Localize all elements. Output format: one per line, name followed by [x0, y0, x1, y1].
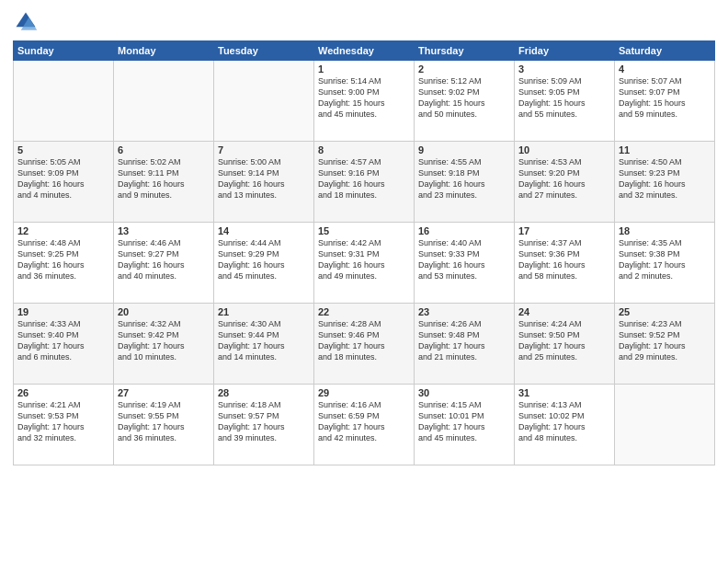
day-info: Sunrise: 5:14 AM Sunset: 9:00 PM Dayligh… [318, 75, 410, 121]
day-info: Sunrise: 4:26 AM Sunset: 9:48 PM Dayligh… [418, 318, 510, 363]
day-info: Sunrise: 4:24 AM Sunset: 9:50 PM Dayligh… [518, 318, 610, 363]
day-info: Sunrise: 4:37 AM Sunset: 9:36 PM Dayligh… [518, 237, 610, 282]
day-number: 12 [17, 225, 109, 236]
day-info: Sunrise: 4:23 AM Sunset: 9:52 PM Dayligh… [619, 318, 711, 363]
day-info: Sunrise: 5:07 AM Sunset: 9:07 PM Dayligh… [619, 75, 711, 121]
day-number: 8 [318, 144, 410, 155]
day-info: Sunrise: 4:15 AM Sunset: 10:01 PM Daylig… [418, 399, 510, 444]
week-row-3: 12Sunrise: 4:48 AM Sunset: 9:25 PM Dayli… [14, 223, 715, 304]
day-number: 5 [17, 144, 109, 155]
day-cell-25: 25Sunrise: 4:23 AM Sunset: 9:52 PM Dayli… [615, 304, 715, 385]
empty-cell [615, 385, 715, 465]
day-cell-9: 9Sunrise: 4:55 AM Sunset: 9:18 PM Daylig… [415, 142, 515, 223]
logo-icon [13, 9, 39, 35]
day-number: 9 [418, 144, 510, 155]
day-cell-19: 19Sunrise: 4:33 AM Sunset: 9:40 PM Dayli… [14, 304, 114, 385]
day-info: Sunrise: 4:42 AM Sunset: 9:31 PM Dayligh… [318, 237, 410, 282]
day-cell-17: 17Sunrise: 4:37 AM Sunset: 9:36 PM Dayli… [515, 223, 615, 304]
day-number: 23 [418, 306, 510, 317]
day-number: 2 [418, 63, 510, 75]
day-number: 28 [218, 387, 310, 398]
day-cell-7: 7Sunrise: 5:00 AM Sunset: 9:14 PM Daylig… [214, 142, 314, 223]
day-info: Sunrise: 4:18 AM Sunset: 9:57 PM Dayligh… [218, 399, 310, 444]
day-cell-29: 29Sunrise: 4:16 AM Sunset: 6:59 PM Dayli… [314, 385, 415, 465]
day-info: Sunrise: 4:57 AM Sunset: 9:16 PM Dayligh… [318, 156, 410, 201]
day-number: 22 [318, 306, 410, 317]
day-number: 11 [619, 144, 711, 155]
day-cell-6: 6Sunrise: 5:02 AM Sunset: 9:11 PM Daylig… [114, 142, 214, 223]
calendar-page: SundayMondayTuesdayWednesdayThursdayFrid… [0, 0, 728, 563]
day-info: Sunrise: 4:33 AM Sunset: 9:40 PM Dayligh… [17, 318, 109, 363]
day-cell-16: 16Sunrise: 4:40 AM Sunset: 9:33 PM Dayli… [415, 223, 515, 304]
empty-cell [214, 61, 314, 142]
day-cell-10: 10Sunrise: 4:53 AM Sunset: 9:20 PM Dayli… [515, 142, 615, 223]
day-cell-4: 4Sunrise: 5:07 AM Sunset: 9:07 PM Daylig… [615, 61, 715, 142]
day-cell-21: 21Sunrise: 4:30 AM Sunset: 9:44 PM Dayli… [214, 304, 314, 385]
weekday-monday: Monday [114, 41, 214, 61]
day-cell-3: 3Sunrise: 5:09 AM Sunset: 9:05 PM Daylig… [515, 61, 615, 142]
day-number: 27 [118, 387, 210, 398]
day-info: Sunrise: 5:05 AM Sunset: 9:09 PM Dayligh… [17, 156, 109, 201]
day-info: Sunrise: 4:40 AM Sunset: 9:33 PM Dayligh… [418, 237, 510, 282]
day-info: Sunrise: 5:09 AM Sunset: 9:05 PM Dayligh… [518, 75, 610, 121]
day-number: 20 [118, 306, 210, 317]
header [13, 9, 715, 35]
day-info: Sunrise: 4:46 AM Sunset: 9:27 PM Dayligh… [118, 237, 210, 282]
weekday-saturday: Saturday [615, 41, 715, 61]
day-info: Sunrise: 4:28 AM Sunset: 9:46 PM Dayligh… [318, 318, 410, 363]
day-number: 19 [17, 306, 109, 317]
weekday-friday: Friday [515, 41, 615, 61]
day-cell-30: 30Sunrise: 4:15 AM Sunset: 10:01 PM Dayl… [415, 385, 515, 465]
day-number: 17 [518, 225, 610, 236]
logo [13, 9, 42, 35]
day-info: Sunrise: 5:12 AM Sunset: 9:02 PM Dayligh… [418, 75, 510, 121]
day-number: 16 [418, 225, 510, 236]
day-cell-23: 23Sunrise: 4:26 AM Sunset: 9:48 PM Dayli… [415, 304, 515, 385]
day-number: 24 [518, 306, 610, 317]
day-number: 18 [619, 225, 711, 236]
day-info: Sunrise: 4:35 AM Sunset: 9:38 PM Dayligh… [619, 237, 711, 282]
weekday-tuesday: Tuesday [214, 41, 314, 61]
weekday-wednesday: Wednesday [314, 41, 415, 61]
day-info: Sunrise: 4:13 AM Sunset: 10:02 PM Daylig… [518, 399, 610, 444]
day-cell-31: 31Sunrise: 4:13 AM Sunset: 10:02 PM Dayl… [515, 385, 615, 465]
day-number: 30 [418, 387, 510, 398]
week-row-2: 5Sunrise: 5:05 AM Sunset: 9:09 PM Daylig… [14, 142, 715, 223]
day-cell-13: 13Sunrise: 4:46 AM Sunset: 9:27 PM Dayli… [114, 223, 214, 304]
day-info: Sunrise: 4:21 AM Sunset: 9:53 PM Dayligh… [17, 399, 109, 444]
day-cell-18: 18Sunrise: 4:35 AM Sunset: 9:38 PM Dayli… [615, 223, 715, 304]
day-number: 14 [218, 225, 310, 236]
day-number: 7 [218, 144, 310, 155]
day-info: Sunrise: 4:50 AM Sunset: 9:23 PM Dayligh… [619, 156, 711, 201]
day-number: 3 [518, 63, 610, 75]
day-number: 25 [619, 306, 711, 317]
day-cell-14: 14Sunrise: 4:44 AM Sunset: 9:29 PM Dayli… [214, 223, 314, 304]
day-info: Sunrise: 5:00 AM Sunset: 9:14 PM Dayligh… [218, 156, 310, 201]
day-number: 29 [318, 387, 410, 398]
day-cell-24: 24Sunrise: 4:24 AM Sunset: 9:50 PM Dayli… [515, 304, 615, 385]
day-info: Sunrise: 4:19 AM Sunset: 9:55 PM Dayligh… [118, 399, 210, 444]
day-cell-11: 11Sunrise: 4:50 AM Sunset: 9:23 PM Dayli… [615, 142, 715, 223]
weekday-sunday: Sunday [14, 41, 114, 61]
day-info: Sunrise: 4:16 AM Sunset: 6:59 PM Dayligh… [318, 399, 410, 444]
calendar-table: SundayMondayTuesdayWednesdayThursdayFrid… [13, 40, 715, 465]
day-cell-15: 15Sunrise: 4:42 AM Sunset: 9:31 PM Dayli… [314, 223, 415, 304]
day-info: Sunrise: 4:53 AM Sunset: 9:20 PM Dayligh… [518, 156, 610, 201]
day-info: Sunrise: 5:02 AM Sunset: 9:11 PM Dayligh… [118, 156, 210, 201]
week-row-4: 19Sunrise: 4:33 AM Sunset: 9:40 PM Dayli… [14, 304, 715, 385]
day-cell-22: 22Sunrise: 4:28 AM Sunset: 9:46 PM Dayli… [314, 304, 415, 385]
day-info: Sunrise: 4:48 AM Sunset: 9:25 PM Dayligh… [17, 237, 109, 282]
day-info: Sunrise: 4:44 AM Sunset: 9:29 PM Dayligh… [218, 237, 310, 282]
week-row-5: 26Sunrise: 4:21 AM Sunset: 9:53 PM Dayli… [14, 385, 715, 465]
day-number: 6 [118, 144, 210, 155]
day-info: Sunrise: 4:55 AM Sunset: 9:18 PM Dayligh… [418, 156, 510, 201]
day-cell-27: 27Sunrise: 4:19 AM Sunset: 9:55 PM Dayli… [114, 385, 214, 465]
day-cell-1: 1Sunrise: 5:14 AM Sunset: 9:00 PM Daylig… [314, 61, 415, 142]
day-cell-8: 8Sunrise: 4:57 AM Sunset: 9:16 PM Daylig… [314, 142, 415, 223]
day-number: 1 [318, 63, 410, 75]
day-number: 13 [118, 225, 210, 236]
day-cell-28: 28Sunrise: 4:18 AM Sunset: 9:57 PM Dayli… [214, 385, 314, 465]
day-number: 15 [318, 225, 410, 236]
weekday-header-row: SundayMondayTuesdayWednesdayThursdayFrid… [14, 41, 715, 61]
week-row-1: 1Sunrise: 5:14 AM Sunset: 9:00 PM Daylig… [14, 61, 715, 142]
